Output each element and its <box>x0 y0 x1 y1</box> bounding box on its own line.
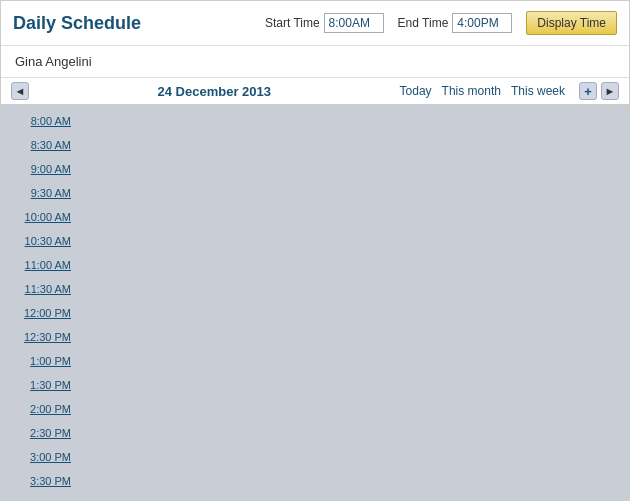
time-row: 11:00 AM <box>1 253 629 277</box>
this-week-link[interactable]: This week <box>511 84 565 98</box>
time-label[interactable]: 3:30 PM <box>9 475 79 487</box>
time-label[interactable]: 8:00 AM <box>9 115 79 127</box>
time-cell[interactable] <box>79 158 621 180</box>
calendar-date: 24 December 2013 <box>29 84 400 99</box>
time-cell[interactable] <box>79 398 621 420</box>
header: Daily Schedule Start Time End Time Displ… <box>1 1 629 46</box>
time-label[interactable]: 12:00 PM <box>9 307 79 319</box>
time-row: 10:00 AM <box>1 205 629 229</box>
time-cell[interactable] <box>79 182 621 204</box>
time-label[interactable]: 1:30 PM <box>9 379 79 391</box>
time-cell[interactable] <box>79 110 621 132</box>
display-time-button[interactable]: Display Time <box>526 11 617 35</box>
page-title: Daily Schedule <box>13 13 141 34</box>
time-label[interactable]: 2:30 PM <box>9 427 79 439</box>
prev-arrow[interactable]: ◄ <box>11 82 29 100</box>
time-label[interactable]: 12:30 PM <box>9 331 79 343</box>
time-label[interactable]: 9:30 AM <box>9 187 79 199</box>
user-row: Gina Angelini <box>1 46 629 78</box>
time-label[interactable]: 3:00 PM <box>9 451 79 463</box>
schedule-grid: 8:00 AM8:30 AM9:00 AM9:30 AM10:00 AM10:3… <box>1 105 629 501</box>
start-time-input[interactable] <box>324 13 384 33</box>
time-cell[interactable] <box>79 206 621 228</box>
time-row: 4:00 PM <box>1 493 629 501</box>
add-button[interactable]: + <box>579 82 597 100</box>
time-cell[interactable] <box>79 134 621 156</box>
time-label[interactable]: 8:30 AM <box>9 139 79 151</box>
end-time-field: End Time <box>398 13 513 33</box>
start-time-field: Start Time <box>265 13 384 33</box>
time-row: 9:30 AM <box>1 181 629 205</box>
time-row: 8:30 AM <box>1 133 629 157</box>
time-cell[interactable] <box>79 446 621 468</box>
time-cell[interactable] <box>79 494 621 501</box>
time-cell[interactable] <box>79 230 621 252</box>
end-time-input[interactable] <box>452 13 512 33</box>
this-month-link[interactable]: This month <box>442 84 501 98</box>
calendar-nav: ◄ 24 December 2013 Today This month This… <box>1 78 629 105</box>
time-row: 1:30 PM <box>1 373 629 397</box>
nav-links: Today This month This week + <box>400 82 601 100</box>
time-label[interactable]: 11:00 AM <box>9 259 79 271</box>
time-cell[interactable] <box>79 278 621 300</box>
time-cell[interactable] <box>79 470 621 492</box>
time-label[interactable]: 9:00 AM <box>9 163 79 175</box>
today-link[interactable]: Today <box>400 84 432 98</box>
next-arrow[interactable]: ► <box>601 82 619 100</box>
time-row: 2:00 PM <box>1 397 629 421</box>
time-row: 9:00 AM <box>1 157 629 181</box>
time-row: 12:30 PM <box>1 325 629 349</box>
time-label[interactable]: 1:00 PM <box>9 355 79 367</box>
time-row: 3:30 PM <box>1 469 629 493</box>
time-cell[interactable] <box>79 326 621 348</box>
time-cell[interactable] <box>79 374 621 396</box>
time-label[interactable]: 11:30 AM <box>9 283 79 295</box>
user-name: Gina Angelini <box>15 54 92 69</box>
time-cell[interactable] <box>79 350 621 372</box>
end-time-label: End Time <box>398 16 449 30</box>
time-cell[interactable] <box>79 254 621 276</box>
time-row: 8:00 AM <box>1 109 629 133</box>
time-row: 2:30 PM <box>1 421 629 445</box>
time-label[interactable]: 2:00 PM <box>9 403 79 415</box>
time-cell[interactable] <box>79 422 621 444</box>
start-time-label: Start Time <box>265 16 320 30</box>
time-label[interactable]: 10:30 AM <box>9 235 79 247</box>
time-cell[interactable] <box>79 302 621 324</box>
time-row: 3:00 PM <box>1 445 629 469</box>
time-label[interactable]: 10:00 AM <box>9 211 79 223</box>
time-row: 1:00 PM <box>1 349 629 373</box>
time-row: 11:30 AM <box>1 277 629 301</box>
time-row: 12:00 PM <box>1 301 629 325</box>
time-row: 10:30 AM <box>1 229 629 253</box>
